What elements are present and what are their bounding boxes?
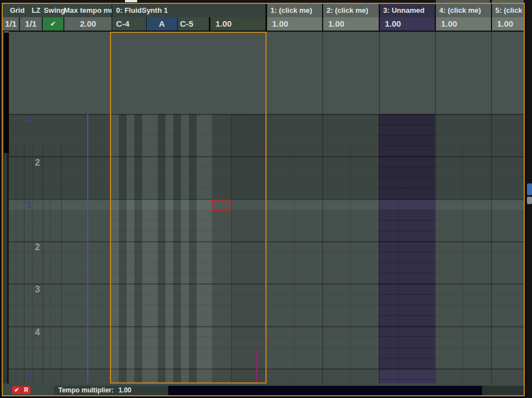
- timeline-vline: [50, 146, 51, 398]
- track-header-5[interactable]: 5: (click me): [492, 4, 524, 17]
- tempo-multiplier-box: Tempo multiplier: 1.00: [54, 386, 168, 395]
- track-boundary-line: [322, 32, 323, 384]
- track-subcolumn-line: [350, 146, 351, 398]
- track-header-0[interactable]: 0: FluidSynth 1: [112, 4, 265, 17]
- lz-value[interactable]: 1/1: [20, 17, 42, 31]
- top-strip-segment: [492, 0, 524, 3]
- line-number: 3: [35, 285, 40, 295]
- track0-volume[interactable]: 1.00: [210, 17, 265, 31]
- grid-value[interactable]: 1/1: [3, 17, 19, 31]
- status-bar: ✔ R Tempo multiplier: 1.00: [3, 384, 524, 395]
- line-number: 2: [35, 158, 40, 168]
- song-position-slider[interactable]: [168, 386, 482, 395]
- track-subcolumn-line: [294, 146, 295, 398]
- swing-toggle[interactable]: ✔: [43, 17, 63, 31]
- tempo-multiplier-value: 1.00: [118, 386, 131, 394]
- selected-track-box: [110, 32, 267, 384]
- line-number: 1: [27, 200, 32, 210]
- track2-volume[interactable]: 1.00: [323, 17, 379, 31]
- track-header-2[interactable]: 2: (click me): [323, 4, 379, 17]
- track-header-1[interactable]: 1: (click me): [267, 4, 322, 17]
- edit-cursor: [212, 200, 230, 211]
- record-button[interactable]: R: [22, 386, 31, 394]
- left-scrollbar-thumb[interactable]: [4, 32, 9, 153]
- track-header-3[interactable]: 3: Unnamed: [380, 4, 435, 17]
- track5-volume[interactable]: 1.00: [492, 17, 524, 31]
- track0-pianoroll-key[interactable]: A: [147, 17, 177, 31]
- right-scrollbar-thumb-gray[interactable]: [527, 197, 532, 204]
- left-toolbar-header: Grid LZ Swing Max tempo mu: [3, 4, 112, 17]
- track4-volume[interactable]: 1.00: [436, 17, 491, 31]
- max-tempo-value[interactable]: 2.00: [64, 17, 112, 31]
- timeline-vline: [16, 146, 16, 398]
- timeline-vline: [61, 146, 62, 398]
- line-number: 2: [35, 242, 40, 252]
- editor-grid[interactable]: 0 2 1 2 3 4 2: [3, 32, 524, 384]
- top-strip-segment: [436, 0, 490, 3]
- timeline-vline: [24, 146, 24, 398]
- track-header-4[interactable]: 4: (click me): [436, 4, 491, 17]
- line-number: 2: [27, 370, 32, 380]
- timeline-vline: [32, 146, 33, 398]
- max-tempo-label: Max tempo mu: [64, 4, 112, 17]
- track0-pianoroll-high[interactable]: C-5: [178, 17, 209, 31]
- track-boundary-line: [379, 32, 380, 384]
- swing-label: Swing: [43, 4, 66, 17]
- track0-pianoroll-low[interactable]: C-4: [112, 17, 146, 31]
- top-scroll-thumb[interactable]: [125, 0, 137, 2]
- line-number: 4: [35, 327, 40, 337]
- line-number: 0: [27, 115, 32, 125]
- right-scrollbar-thumb-blue[interactable]: [527, 183, 532, 195]
- track-subcolumn-line: [463, 146, 463, 398]
- grid-label: Grid: [6, 4, 28, 17]
- tempo-multiplier-label: Tempo multiplier:: [58, 386, 114, 394]
- track-boundary-line: [435, 32, 436, 384]
- track-boundary-line: [491, 32, 492, 384]
- track1-volume[interactable]: 1.00: [267, 17, 322, 31]
- tempo-automation-line[interactable]: [87, 114, 88, 384]
- left-toolbar-values: 1/1 1/1 ✔ 2.00: [3, 17, 112, 31]
- timeline-vline: [43, 146, 43, 398]
- track3-volume[interactable]: 1.00: [380, 17, 435, 31]
- tempo-check-button[interactable]: ✔: [12, 386, 21, 394]
- radium-editor-window: Grid LZ Swing Max tempo mu 1/1 1/1 ✔ 2.0…: [0, 0, 532, 398]
- slider-right-track[interactable]: [482, 386, 524, 395]
